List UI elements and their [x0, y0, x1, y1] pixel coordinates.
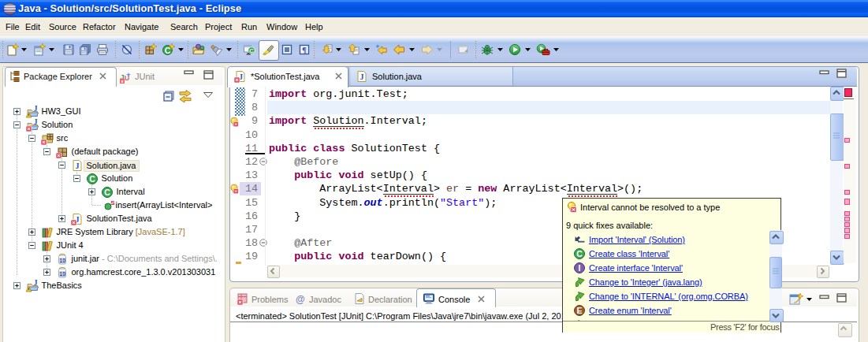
- svg-text:J: J: [75, 162, 79, 170]
- svg-text:C: C: [249, 47, 254, 54]
- svg-text:J: J: [33, 280, 37, 287]
- svg-text:J: J: [360, 72, 364, 81]
- svg-text:I: I: [579, 263, 581, 273]
- svg-text:10: 10: [59, 271, 65, 277]
- svg-text:J: J: [33, 119, 37, 126]
- svg-text:C: C: [89, 174, 95, 184]
- svg-text:E: E: [576, 306, 582, 315]
- svg-text:J: J: [33, 106, 37, 113]
- svg-text:¶: ¶: [302, 45, 307, 54]
- svg-text:S: S: [110, 199, 115, 206]
- svg-text:C: C: [104, 188, 110, 197]
- svg-text:C: C: [576, 249, 583, 258]
- svg-text:10: 10: [59, 258, 65, 263]
